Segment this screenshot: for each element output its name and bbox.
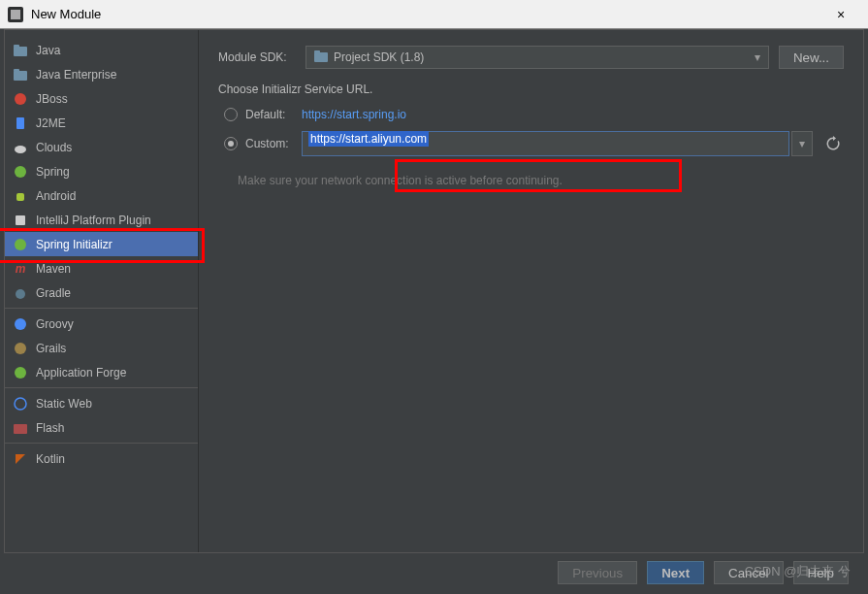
sidebar-label: Application Forge [36, 366, 126, 380]
custom-radio-row: Custom: https://start.aliyun.com ▾ [218, 131, 844, 156]
divider [5, 387, 198, 388]
sdk-value: Project SDK (1.8) [334, 50, 424, 64]
custom-url-input[interactable]: https://start.aliyun.com [302, 131, 789, 156]
sidebar-item-j2me[interactable]: J2ME [5, 111, 198, 135]
custom-url-value: https://start.aliyun.com [308, 131, 429, 147]
sidebar-label: Java Enterprise [36, 68, 116, 82]
svg-rect-4 [14, 69, 19, 72]
sidebar-label: Spring Initializr [36, 238, 113, 251]
content-panel: Module SDK: Project SDK (1.8) New... Cho… [199, 30, 863, 552]
svg-point-15 [15, 367, 26, 379]
hint-text: Make sure your network connection is act… [218, 174, 844, 187]
grails-icon [13, 341, 28, 356]
next-button[interactable]: Next [647, 561, 704, 584]
sidebar-item-clouds[interactable]: Clouds [5, 135, 198, 159]
groovy-icon [13, 316, 28, 332]
sidebar-item-kotlin[interactable]: Kotlin [5, 446, 198, 471]
close-button[interactable]: × [821, 0, 860, 29]
j2me-icon [13, 116, 28, 131]
sidebar-label: Gradle [36, 286, 71, 300]
kotlin-icon [13, 451, 28, 467]
titlebar: New Module × [0, 0, 868, 29]
sidebar-item-maven[interactable]: m Maven [5, 256, 198, 280]
sidebar-label: Clouds [36, 141, 72, 154]
watermark: CSDN @归去来 兮 [745, 563, 851, 580]
sidebar-label: J2ME [36, 116, 66, 130]
sidebar-label: Flash [36, 421, 64, 435]
globe-icon [13, 396, 28, 412]
plugin-icon [13, 213, 28, 228]
svg-point-8 [15, 166, 26, 178]
sidebar-item-groovy[interactable]: Groovy [5, 312, 198, 336]
sidebar-label: Kotlin [36, 452, 65, 466]
sidebar-label: Java [36, 44, 60, 57]
custom-radio[interactable] [224, 137, 238, 150]
sdk-dropdown[interactable]: Project SDK (1.8) [305, 46, 769, 69]
default-url-link[interactable]: https://start.spring.io [302, 108, 406, 121]
divider [5, 443, 198, 444]
custom-radio-label: Custom: [245, 137, 302, 150]
svg-point-13 [15, 318, 26, 330]
sidebar-label: Grails [36, 342, 66, 355]
svg-rect-10 [16, 215, 25, 225]
maven-icon: m [13, 261, 28, 277]
sidebar-label: Groovy [36, 317, 74, 331]
sidebar-label: Spring [36, 165, 70, 179]
svg-rect-6 [16, 117, 24, 129]
sidebar-label: Android [36, 189, 76, 203]
svg-point-16 [15, 398, 26, 410]
section-label: Choose Initializr Service URL. [218, 82, 844, 96]
flash-icon [13, 420, 28, 436]
sidebar-item-gradle[interactable]: Gradle [5, 280, 198, 305]
sidebar-item-java-enterprise[interactable]: Java Enterprise [5, 62, 198, 86]
sidebar-label: Static Web [36, 397, 92, 411]
svg-point-7 [15, 146, 26, 153]
svg-marker-18 [16, 454, 25, 464]
svg-point-11 [15, 239, 26, 250]
forge-icon [13, 365, 28, 380]
svg-rect-2 [14, 45, 19, 48]
svg-rect-1 [14, 47, 27, 56]
app-icon [8, 7, 23, 22]
sidebar-item-spring[interactable]: Spring [5, 159, 198, 183]
sidebar-item-java[interactable]: Java [5, 38, 198, 62]
svg-rect-19 [314, 52, 328, 62]
sidebar-item-spring-initializr[interactable]: Spring Initializr [5, 232, 198, 256]
sdk-label: Module SDK: [218, 50, 305, 64]
sidebar-item-static-web[interactable]: Static Web [5, 391, 198, 415]
divider [5, 308, 198, 309]
svg-rect-17 [14, 424, 27, 434]
jboss-icon [13, 91, 28, 107]
sidebar-item-flash[interactable]: Flash [5, 415, 198, 440]
svg-point-12 [16, 289, 25, 299]
spring-initializr-icon [13, 237, 28, 252]
default-radio[interactable] [224, 108, 238, 121]
default-radio-label: Default: [245, 108, 302, 121]
sidebar-item-intellij-plugin[interactable]: IntelliJ Platform Plugin [5, 208, 198, 232]
android-icon [13, 188, 28, 204]
folder-icon [314, 50, 328, 64]
spring-icon [13, 164, 28, 180]
cloud-icon [13, 140, 28, 155]
sidebar-item-android[interactable]: Android [5, 183, 198, 208]
window-title: New Module [31, 7, 821, 21]
gradle-icon [13, 285, 28, 301]
new-sdk-button[interactable]: New... [779, 46, 844, 69]
sidebar-item-grails[interactable]: Grails [5, 336, 198, 360]
sidebar-item-jboss[interactable]: JBoss [5, 86, 198, 111]
svg-rect-0 [11, 10, 20, 19]
bottom-bar: Previous Next Cancel Help [0, 553, 868, 592]
svg-point-14 [15, 343, 26, 354]
sidebar-label: IntelliJ Platform Plugin [36, 214, 151, 227]
sidebar-item-application-forge[interactable]: Application Forge [5, 360, 198, 384]
sidebar: Java Java Enterprise JBoss J2ME Clouds S… [5, 30, 199, 552]
history-dropdown-button[interactable]: ▾ [791, 131, 813, 156]
folder-icon [13, 67, 28, 82]
folder-icon [13, 43, 28, 58]
svg-point-5 [15, 93, 26, 105]
svg-rect-20 [314, 50, 320, 53]
main-area: Java Java Enterprise JBoss J2ME Clouds S… [4, 29, 864, 553]
refresh-button[interactable] [822, 133, 844, 154]
svg-rect-9 [16, 193, 24, 201]
previous-button[interactable]: Previous [558, 561, 637, 584]
